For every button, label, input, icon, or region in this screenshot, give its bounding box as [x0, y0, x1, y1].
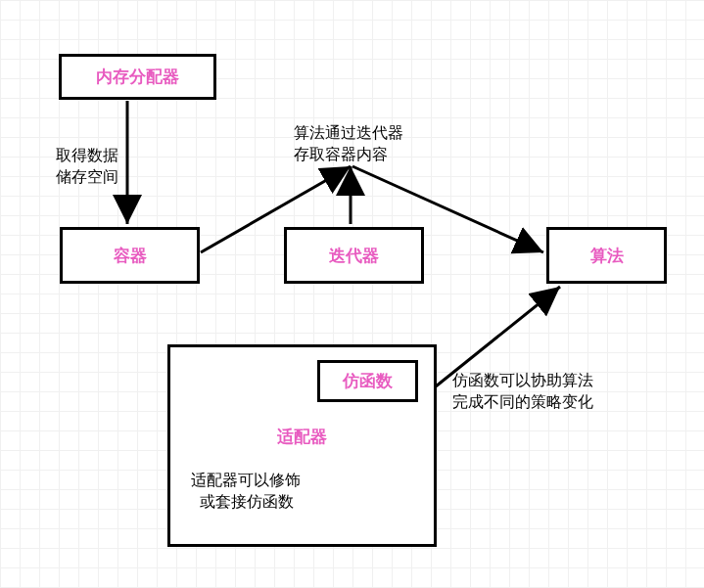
box-iterator-label: 迭代器 — [329, 245, 379, 267]
box-container-label: 容器 — [114, 245, 147, 267]
box-allocator-label: 内存分配器 — [96, 66, 179, 88]
box-algorithm-label: 算法 — [590, 245, 624, 267]
box-container: 容器 — [60, 227, 200, 284]
box-functor: 仿函数 — [317, 360, 418, 402]
label-adapter-note: 适配器可以修饰 或套接仿函数 — [191, 470, 301, 512]
box-iterator: 迭代器 — [284, 227, 424, 284]
box-allocator: 内存分配器 — [59, 54, 216, 100]
label-allocator-to-container: 取得数据 储存空间 — [56, 145, 118, 187]
box-adapter-label: 适配器 — [277, 426, 327, 448]
box-algorithm: 算法 — [546, 227, 667, 284]
label-functor-to-algorithm: 仿函数可以协助算法 完成不同的策略变化 — [452, 370, 593, 412]
box-functor-label: 仿函数 — [343, 370, 393, 392]
label-iterator-top: 算法通过迭代器 存取容器内容 — [294, 122, 403, 164]
